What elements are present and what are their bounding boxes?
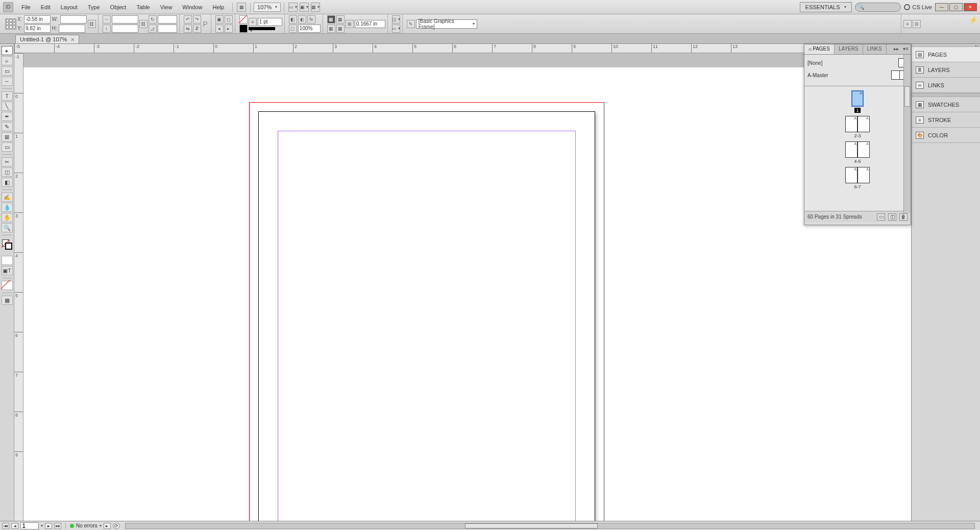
wrap-jump-icon[interactable]: ▦ <box>336 25 345 33</box>
menu-type[interactable]: Type <box>83 2 105 12</box>
wrap-shape-icon[interactable]: ▦ <box>327 25 335 33</box>
delete-page-button[interactable]: 🗑 <box>899 213 908 221</box>
distribute-icon[interactable]: ⊟ <box>913 20 921 28</box>
drop-shadow-icon[interactable]: ◧ <box>289 15 297 23</box>
direct-selection-tool[interactable]: ▹ <box>2 56 13 65</box>
opacity-icon[interactable]: ◐ <box>298 15 306 23</box>
first-page-button[interactable]: ⏮ <box>2 523 9 529</box>
zoom-level[interactable]: 107% <box>254 3 281 12</box>
wrap-none-icon[interactable]: ▦ <box>327 15 335 23</box>
object-style-select[interactable]: [Basic Graphics Frame] <box>416 19 477 29</box>
menu-edit[interactable]: Edit <box>36 2 56 12</box>
menu-view[interactable]: View <box>155 2 178 12</box>
page-thumb[interactable]: A <box>845 116 857 132</box>
constrain-scale-icon[interactable]: ⛓ <box>139 20 148 28</box>
page-thumb[interactable]: A <box>851 90 864 107</box>
minimize-button[interactable]: — <box>935 3 948 11</box>
page-thumb[interactable]: A <box>857 141 870 158</box>
master-a[interactable]: A-Master <box>807 69 908 81</box>
menu-layout[interactable]: Layout <box>56 2 83 12</box>
reference-point[interactable] <box>5 18 16 30</box>
align-panel-icon[interactable]: ≡ <box>903 20 912 28</box>
menu-file[interactable]: File <box>16 2 36 12</box>
panel-button-layers[interactable]: ≣LAYERS <box>912 62 980 78</box>
screen-mode-icon[interactable]: ▣ <box>300 3 309 12</box>
master-none[interactable]: [None] <box>807 57 908 69</box>
select-container-icon[interactable]: ▣ <box>215 15 224 23</box>
x-input[interactable] <box>24 15 51 23</box>
formatting-container-button[interactable]: ▣T <box>2 266 13 275</box>
line-tool[interactable]: ╲ <box>2 102 13 111</box>
spread[interactable]: AA2-3 <box>845 116 870 138</box>
rotate-cw-icon[interactable]: ↷ <box>193 15 201 23</box>
selection-tool[interactable]: ▸ <box>2 46 13 55</box>
fill-stroke-tools[interactable] <box>2 239 12 250</box>
menu-help[interactable]: Help <box>207 2 229 12</box>
zoom-tool[interactable]: 🔍 <box>2 223 13 232</box>
note-tool[interactable]: ✍ <box>2 192 13 202</box>
close-button[interactable]: ✕ <box>964 3 977 11</box>
prev-object-icon[interactable]: ◂ <box>215 25 224 33</box>
scissors-tool[interactable]: ✂ <box>2 157 13 166</box>
eyedropper-tool[interactable]: 💧 <box>2 203 13 212</box>
panel-button-swatches[interactable]: ▦SWATCHES <box>912 97 980 112</box>
hand-tool[interactable]: ✋ <box>2 213 13 222</box>
view-mode-button[interactable]: ▦ <box>2 296 13 305</box>
gradient-swatch-tool[interactable]: ◧ <box>2 178 13 187</box>
type-tool[interactable]: T <box>2 91 13 101</box>
bridge-icon[interactable]: ▦ <box>237 3 246 12</box>
pen-tool[interactable]: ✒ <box>2 112 13 121</box>
tab-links[interactable]: LINKS <box>863 44 887 54</box>
sync-button[interactable]: ⟳ <box>113 523 120 529</box>
spread[interactable]: AA6-7 <box>845 167 870 189</box>
gap-input[interactable] <box>355 20 385 28</box>
menu-table[interactable]: Table <box>131 2 155 12</box>
stroke-swatch[interactable] <box>239 25 248 33</box>
scale-y-input[interactable] <box>112 25 138 33</box>
panel-button-color[interactable]: 🎨COLOR <box>912 128 980 143</box>
page-thumb[interactable]: A <box>857 116 870 132</box>
apply-color-button[interactable] <box>2 256 13 265</box>
tab-pages[interactable]: ◇ PAGES <box>804 44 835 54</box>
constrain-wh-icon[interactable]: ⛓ <box>88 20 96 28</box>
rotate-ccw-icon[interactable]: ↶ <box>184 15 192 23</box>
scale-x-input[interactable] <box>112 15 138 23</box>
edit-page-size-button[interactable]: ▭ <box>877 213 885 221</box>
panel-button-links[interactable]: ∞LINKS <box>912 78 980 93</box>
rotate-input[interactable] <box>158 15 177 23</box>
spread[interactable]: A1 <box>851 90 864 113</box>
stroke-weight-input[interactable] <box>258 18 282 26</box>
page-thumb[interactable]: A <box>845 167 857 183</box>
next-object-icon[interactable]: ▸ <box>225 25 233 33</box>
flip-v-icon[interactable]: ⇵ <box>193 25 201 33</box>
y-input[interactable] <box>24 25 51 33</box>
panel-button-pages[interactable]: ▤PAGES <box>912 47 980 62</box>
rectangle-frame-tool[interactable]: ⊠ <box>2 132 13 141</box>
preflight-status[interactable]: No errors▾ <box>70 523 102 528</box>
corner-shape-icon[interactable]: ▭ <box>392 25 400 33</box>
document-tab[interactable]: Untitled-1 @ 107% ✕ <box>15 35 79 43</box>
last-page-button[interactable]: ⏭ <box>54 523 61 529</box>
free-transform-tool[interactable]: ◫ <box>2 167 13 177</box>
gap-tool[interactable]: ↔ <box>2 77 13 86</box>
fx-icon[interactable]: fx <box>307 15 315 23</box>
menu-window[interactable]: Window <box>177 2 207 12</box>
next-page-button[interactable]: ▸ <box>45 523 52 529</box>
opacity-input[interactable] <box>298 25 321 33</box>
menu-object[interactable]: Object <box>105 2 132 12</box>
scrollbar-thumb[interactable] <box>904 86 910 107</box>
cslive-button[interactable]: CS Live <box>904 4 932 10</box>
pencil-tool[interactable]: ✎ <box>2 122 13 131</box>
new-page-button[interactable]: ◫ <box>888 213 896 221</box>
prev-page-button[interactable]: ◂ <box>11 523 18 529</box>
pages-scrollbar[interactable] <box>903 55 911 213</box>
tab-layers[interactable]: LAYERS <box>835 44 863 54</box>
vertical-ruler[interactable]: -10123456789 <box>14 53 23 521</box>
stroke-style-select[interactable] <box>249 27 275 30</box>
search-input[interactable]: 🔍 <box>855 3 901 12</box>
panel-menu-icon[interactable]: ▾≡ <box>901 44 911 54</box>
panel-button-stroke[interactable]: ≡STROKE <box>912 112 980 128</box>
corner-options-icon[interactable]: ◲ <box>392 15 400 23</box>
rectangle-tool[interactable]: ▭ <box>2 142 13 152</box>
page-tool[interactable]: ▭ <box>2 66 13 76</box>
